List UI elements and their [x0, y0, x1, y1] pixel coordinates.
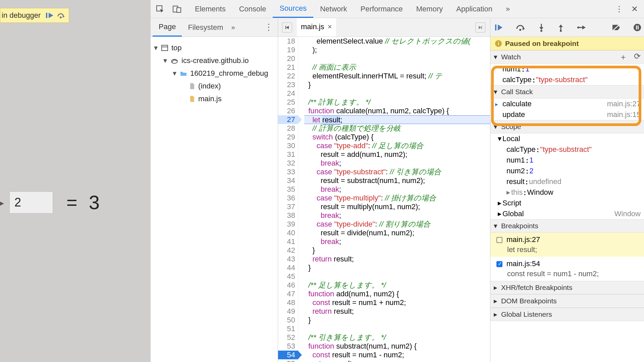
watch-item[interactable]: num1: 1	[490, 64, 644, 74]
calc-result: 3	[89, 191, 100, 214]
svg-rect-32	[638, 25, 639, 29]
deactivate-breakpoints-icon[interactable]	[612, 23, 621, 32]
tree-domain[interactable]: ▾ics-creative.github.io	[154, 54, 278, 67]
devtools-tab-network[interactable]: Network	[313, 0, 354, 18]
navigator-tab-page[interactable]: Page	[153, 18, 182, 37]
code-editor[interactable]: 1819202122232425262728293031323334353637…	[278, 37, 490, 362]
svg-rect-12	[285, 26, 286, 29]
editor-panel: main.js × 181920212223242526272829303132…	[278, 18, 490, 362]
dom-breakpoints-header[interactable]: ▸DOM Breakpoints	[490, 294, 644, 308]
tree-file-mainjs[interactable]: main.js	[154, 93, 278, 105]
paused-message-bar: i Paused on breakpoint	[490, 37, 644, 50]
inspect-icon[interactable]	[156, 5, 164, 13]
devtools-menu-icon[interactable]: ⋮	[615, 4, 623, 14]
svg-marker-1	[49, 13, 53, 18]
step-over-mini-icon[interactable]	[57, 12, 65, 19]
breakpoint-checkbox[interactable]	[496, 261, 502, 267]
svg-point-24	[560, 30, 562, 32]
devtools-tab-console[interactable]: Console	[232, 0, 273, 18]
resume-icon[interactable]	[45, 12, 54, 19]
svg-marker-14	[479, 26, 481, 29]
scope-global[interactable]: ▸GlobalWindow	[490, 208, 644, 219]
equals-sign: =	[66, 191, 77, 213]
scope-local-var[interactable]: result: undefined	[490, 176, 644, 187]
watch-refresh-icon[interactable]: ⟳	[634, 52, 641, 62]
resume-button-icon[interactable]	[494, 23, 503, 32]
devtools-tab-elements[interactable]: Elements	[188, 0, 232, 18]
editor-history-back-icon[interactable]	[282, 22, 292, 33]
svg-marker-11	[286, 26, 289, 29]
devtools-tab-sources[interactable]: Sources	[273, 0, 313, 18]
breakpoints-header[interactable]: ▾Breakpoints	[490, 219, 644, 233]
breakpoint-item[interactable]: main.js:27let result;	[490, 233, 644, 257]
svg-rect-8	[162, 45, 168, 51]
scope-header[interactable]: ▾Scope	[490, 120, 644, 133]
scope-local-var[interactable]: num1: 1	[490, 155, 644, 166]
scope-local-var[interactable]: num2: 2	[490, 166, 644, 176]
tree-top[interactable]: ▾top	[154, 42, 278, 54]
devtools-tab-application[interactable]: Application	[449, 0, 499, 18]
debugger-panel: i Paused on breakpoint ▾Watch ＋⟳ num1: 1…	[490, 18, 644, 362]
page-preview: in debugger ▸ 2 = 3	[0, 0, 150, 362]
paused-in-debugger-bar: in debugger	[0, 8, 69, 23]
pause-bar-label: in debugger	[0, 11, 44, 20]
svg-rect-31	[636, 25, 637, 29]
svg-rect-0	[46, 13, 47, 18]
scope-local-header[interactable]: ▾Local	[490, 133, 644, 144]
step-out-icon[interactable]	[557, 23, 564, 32]
tree-file-index[interactable]: (index)	[154, 80, 278, 93]
tree-folder[interactable]: ▾160219_chrome_debug	[154, 67, 278, 80]
svg-point-21	[540, 30, 542, 32]
svg-rect-7	[177, 8, 181, 12]
stack-frame[interactable]: updatemain.js:15	[490, 109, 644, 120]
devtools-close-icon[interactable]: ✕	[631, 4, 638, 14]
devtools-tab-performance[interactable]: Performance	[354, 0, 410, 18]
num2-input[interactable]: 2	[9, 191, 53, 214]
debugger-toolbar	[490, 18, 644, 37]
xhr-breakpoints-header[interactable]: ▸XHR/fetch Breakpoints	[490, 281, 644, 294]
navigator-menu-icon[interactable]: ⋮	[264, 22, 276, 33]
svg-point-18	[519, 29, 521, 31]
calc-row: ▸ 2 = 3	[0, 191, 100, 214]
watch-item[interactable]: calcType: "type-substract"	[490, 74, 644, 85]
watch-add-icon[interactable]: ＋	[619, 52, 627, 62]
svg-marker-26	[582, 25, 586, 29]
step-over-icon[interactable]	[516, 23, 525, 32]
devtools-tab-memory[interactable]: Memory	[410, 0, 449, 18]
scope-this[interactable]: ▸this: Window	[490, 187, 644, 198]
navigator-tab-filesystem[interactable]: Filesystem	[182, 18, 229, 37]
editor-run-snippet-icon[interactable]	[475, 22, 485, 33]
breakpoint-item[interactable]: main.js:54const result = num1 - num2;	[490, 257, 644, 281]
svg-rect-15	[495, 24, 496, 31]
spinner-handle[interactable]: ▸	[0, 195, 4, 210]
svg-point-27	[577, 26, 579, 28]
svg-marker-20	[539, 27, 543, 30]
navigator-overflow[interactable]: »	[231, 23, 235, 31]
step-icon[interactable]	[577, 23, 586, 32]
scope-script[interactable]: ▸Script	[490, 198, 644, 208]
navigator-panel: PageFilesystem » ⋮ ▾top ▾ics-creative.gi…	[151, 18, 278, 362]
file-tab-mainjs[interactable]: main.js ×	[297, 18, 336, 37]
svg-rect-13	[481, 26, 482, 29]
scope-local-var[interactable]: calcType: "type-substract"	[490, 144, 644, 155]
warning-icon: i	[495, 40, 502, 47]
device-toggle-icon[interactable]	[173, 5, 181, 13]
watch-header[interactable]: ▾Watch ＋⟳	[490, 50, 644, 64]
devtools-tabstrip: ElementsConsoleSourcesNetworkPerformance…	[151, 0, 644, 18]
stack-frame[interactable]: calculatemain.js:27	[490, 99, 644, 109]
svg-point-3	[60, 16, 62, 18]
callstack-header[interactable]: ▾Call Stack	[490, 85, 644, 99]
close-tab-icon[interactable]: ×	[328, 22, 332, 31]
svg-marker-16	[498, 24, 502, 31]
step-into-icon[interactable]	[538, 23, 545, 32]
devtools-overflow[interactable]: »	[499, 0, 517, 18]
global-listeners-header[interactable]: ▸Global Listeners	[490, 308, 644, 321]
pause-on-exceptions-icon[interactable]	[633, 23, 641, 32]
svg-point-30	[634, 24, 641, 31]
breakpoint-checkbox[interactable]	[496, 237, 502, 243]
svg-marker-23	[559, 24, 563, 27]
